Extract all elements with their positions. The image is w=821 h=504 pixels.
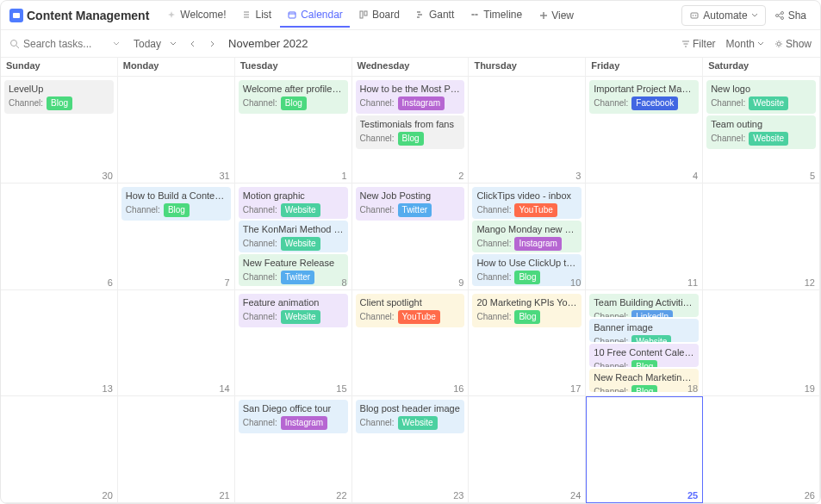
calendar-cell[interactable]: Welcome after profile sign-up Channel: B… [235,77,352,184]
calendar-cell[interactable]: 19 [703,290,820,397]
calendar-cell[interactable]: Motion graphic Channel: Website The KonM… [235,184,352,290]
date-label: 25 [687,490,698,501]
calendar-cell[interactable]: Feature animation Channel: Website 15 [235,290,352,397]
calendar-cell[interactable]: LevelUp Channel: Blog 30 [1,77,118,184]
calendar-cell[interactable]: 11 [586,184,703,290]
event-channel-label: Channel: [243,238,277,250]
calendar-cell[interactable]: Team Building Activities: 25 Ex Channel:… [586,290,703,397]
svg-point-8 [695,15,697,16]
event-card[interactable]: Team outing Channel: Website [706,115,816,149]
calendar-cell[interactable]: Client spotlight Channel: YouTube 16 [352,290,470,397]
board-icon [358,9,369,20]
event-card[interactable]: Feature animation Channel: Website [239,294,348,327]
gantt-icon [415,9,426,20]
share-label: Sha [788,9,806,22]
calendar-grid: LevelUp Channel: Blog 3031 Welcome after… [1,77,820,503]
event-card[interactable]: How to Build a Content Creation Channel:… [121,187,231,221]
event-card[interactable]: How to Use ClickUp to Succeed Channel: B… [472,254,582,286]
channel-chip: YouTube [514,203,557,217]
add-view-label: View [551,9,574,22]
share-button[interactable]: Sha [769,6,812,25]
event-card[interactable]: 10 Free Content Calendar Templates Chann… [589,344,699,367]
channel-chip: Website [281,310,320,324]
view-tab-gantt[interactable]: Gantt [408,3,461,28]
event-card[interactable]: New Reach Marketing: How ClickUp Channel… [589,369,699,392]
svg-point-4 [472,14,474,16]
calendar-cell[interactable]: Blog post header image Channel: Website … [352,396,470,503]
svg-point-5 [476,14,477,16]
event-title: Testimonials from fans [360,118,461,130]
event-card[interactable]: Motion graphic Channel: Website [239,187,348,219]
calendar-cell[interactable]: 14 [118,290,235,397]
sparkle-icon [166,9,177,20]
calendar-day-header: SundayMondayTuesdayWednesdayThursdayFrid… [1,58,820,77]
event-card[interactable]: 20 Marketing KPIs You Need to Channel: B… [472,294,582,327]
prev-month-button[interactable] [185,36,201,52]
view-tab-list[interactable]: List [234,3,278,28]
calendar-cell[interactable]: 13 [1,290,118,397]
event-card[interactable]: Important Project Management Channel: Fa… [589,80,699,114]
channel-chip: Instagram [398,96,445,110]
event-card[interactable]: Client spotlight Channel: YouTube [356,294,465,327]
channel-chip: Blog [164,203,190,217]
view-tab-welcome[interactable]: Welcome! [159,3,233,28]
filter-icon [681,40,690,48]
event-channel-label: Channel: [476,311,511,323]
event-card[interactable]: Welcome after profile sign-up Channel: B… [239,80,348,114]
channel-chip: Twitter [398,203,432,217]
calendar-cell[interactable]: 20 Marketing KPIs You Need to Channel: B… [469,290,586,397]
calendar-cell[interactable]: ClickTips video - inbox Channel: YouTube… [469,184,586,290]
event-title: San Diego office tour [243,402,344,414]
today-button[interactable]: Today [128,36,166,52]
event-card[interactable]: ClickTips video - inbox Channel: YouTube [472,187,582,219]
automate-button[interactable]: Automate [681,5,765,26]
event-card[interactable]: Mango Monday new employee Channel: Insta… [472,221,582,252]
calendar-cell[interactable]: How to Build a Content Creation Channel:… [118,184,235,290]
calendar-cell[interactable]: San Diego office tour Channel: Instagram… [235,396,352,503]
calendar-cell[interactable]: 6 [1,184,118,290]
next-month-button[interactable] [204,36,220,52]
channel-chip: Blog [281,96,307,110]
view-tab-calendar[interactable]: Calendar [280,3,350,28]
event-card[interactable]: LevelUp Channel: Blog [4,80,114,114]
view-tab-timeline[interactable]: Timeline [463,3,529,28]
filter-button[interactable]: Filter [681,38,716,50]
event-card[interactable]: San Diego office tour Channel: Instagram [239,400,348,433]
search-box[interactable] [9,38,120,50]
calendar-cell[interactable]: 25 [586,396,703,503]
event-card[interactable]: How to be the Most Productive Channel: I… [356,80,465,114]
event-card[interactable]: Team Building Activities: 25 Ex Channel:… [589,294,699,317]
search-input[interactable] [23,38,109,50]
event-card[interactable]: Testimonials from fans Channel: Blog [356,115,465,149]
calendar-cell[interactable]: Important Project Management Channel: Fa… [586,77,703,184]
calendar-cell[interactable]: How to be the Most Productive Channel: I… [352,77,470,184]
date-label: 12 [805,277,815,288]
event-card[interactable]: Banner image Channel: Website [589,319,699,342]
view-tab-board[interactable]: Board [351,3,407,28]
date-label: 8 [341,277,346,288]
calendar-cell[interactable]: 31 [118,77,235,184]
calendar-cell[interactable]: New logo Channel: Website Team outing Ch… [703,77,820,184]
calendar-cell[interactable]: 24 [469,396,586,503]
event-channel-label: Channel: [711,133,745,145]
event-card[interactable]: New logo Channel: Website [706,80,816,114]
calendar-cell[interactable]: 21 [118,396,235,503]
event-channel-label: Channel: [243,97,277,109]
calendar-cell[interactable]: New Job Posting Channel: Twitter 9 [352,184,470,290]
date-label: 7 [225,277,230,288]
calendar-cell[interactable]: 26 [703,396,820,503]
event-channel-label: Channel: [126,204,160,216]
event-card[interactable]: New Job Posting Channel: Twitter [356,187,465,221]
show-button[interactable]: Show [774,38,812,50]
event-channel-label: Channel: [360,417,395,429]
event-card[interactable]: New Feature Release Channel: Twitter [239,254,348,286]
period-select[interactable]: Month [726,38,764,50]
calendar-cell[interactable]: 12 [703,184,820,290]
channel-chip: Blog [631,385,657,392]
event-card[interactable]: The KonMari Method for Projects Channel:… [239,221,348,252]
event-card[interactable]: Blog post header image Channel: Website [356,400,465,433]
calendar-cell[interactable]: 20 [1,396,118,503]
calendar-cell[interactable]: 3 [469,77,586,184]
show-label: Show [786,38,812,50]
add-view-button[interactable]: View [532,4,581,27]
